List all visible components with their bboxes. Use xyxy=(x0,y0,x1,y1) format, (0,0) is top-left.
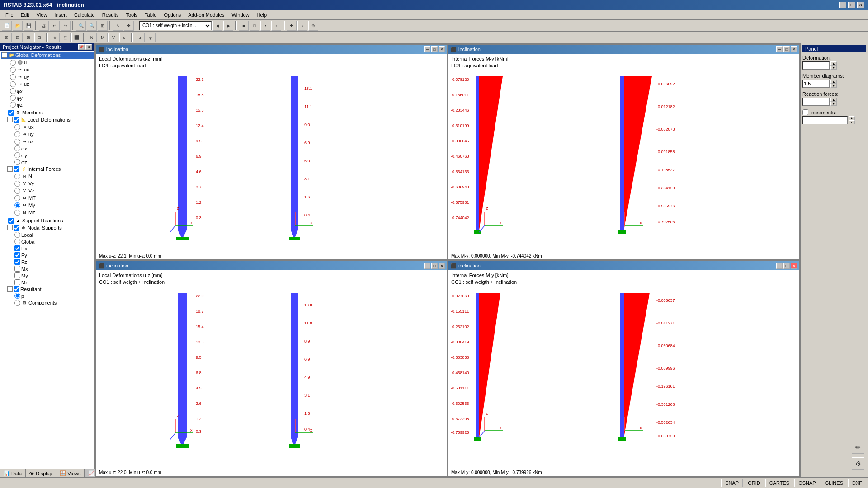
radio-local-ux[interactable] xyxy=(14,124,20,130)
radio-local-uz[interactable] xyxy=(14,139,20,145)
vp3-minimize[interactable]: ─ xyxy=(424,263,430,269)
radio-ux[interactable] xyxy=(10,67,16,73)
member-diagrams-spin-down[interactable]: ▼ xyxy=(830,84,837,88)
increments-spin-down[interactable]: ▼ xyxy=(849,120,855,124)
cb-Py[interactable] xyxy=(14,252,20,258)
menu-help[interactable]: Help xyxy=(253,11,271,19)
tree-local-phiz[interactable]: φz xyxy=(1,159,94,165)
tb-redo[interactable]: ↪ xyxy=(61,21,71,31)
tb-move[interactable]: ✥ xyxy=(124,21,134,31)
cb-nodal[interactable] xyxy=(14,225,19,231)
reaction-forces-spin-up[interactable]: ▲ xyxy=(830,98,837,102)
tree-internal-forces[interactable]: − ⚡ Internal Forces xyxy=(1,165,94,173)
radio-local-phiz[interactable] xyxy=(14,159,20,165)
vp1-restore[interactable]: □ xyxy=(431,46,438,52)
radio-u[interactable] xyxy=(10,60,16,66)
tb-zoom-in[interactable]: 🔍 xyxy=(76,21,86,31)
status-osnap[interactable]: OSNAP xyxy=(794,479,820,487)
radio-Vz[interactable] xyxy=(14,188,20,194)
menu-window[interactable]: Window xyxy=(228,11,253,19)
tb2-phi[interactable]: φ xyxy=(146,33,156,42)
vp1-minimize[interactable]: ─ xyxy=(424,46,430,52)
member-diagrams-spin-up[interactable]: ▲ xyxy=(830,80,837,84)
radio-MT[interactable] xyxy=(14,195,20,201)
tb2-11[interactable]: σ xyxy=(119,33,129,42)
tb-zoom-out[interactable]: 🔍 xyxy=(87,21,97,31)
radio-local-phix[interactable] xyxy=(14,145,20,151)
tb2-2[interactable]: ⊟ xyxy=(13,33,23,42)
tree-global-deformations[interactable]: − 📁 Global Deformations xyxy=(1,52,94,59)
tree-container[interactable]: − 📁 Global Deformations 🔘 u ⇥ ux ⇥ uy xyxy=(0,51,94,469)
menu-file[interactable]: File xyxy=(2,11,17,19)
tree-Px[interactable]: Px xyxy=(1,245,94,252)
menu-view[interactable]: View xyxy=(33,11,51,19)
tb-open[interactable]: 📂 xyxy=(13,21,23,31)
cb-members[interactable] xyxy=(8,110,14,116)
radio-ns-global[interactable] xyxy=(14,239,20,244)
tree-local-def[interactable]: − 📐 Local Deformations xyxy=(1,116,94,123)
tb-render-4[interactable]: ▫ xyxy=(271,21,281,31)
deformation-input[interactable] xyxy=(802,61,830,70)
tree-uy[interactable]: ⇥ uy xyxy=(1,73,94,80)
tree-uz[interactable]: ⇥ uz xyxy=(1,80,94,88)
tb2-3[interactable]: ⊠ xyxy=(24,33,33,42)
tree-ux[interactable]: ⇥ ux xyxy=(1,66,94,73)
vp4-minimize[interactable]: ─ xyxy=(776,263,783,269)
cb-local-def[interactable] xyxy=(14,117,19,123)
radio-N[interactable] xyxy=(14,174,20,179)
reaction-forces-input[interactable] xyxy=(802,98,830,106)
tree-members[interactable]: − ⚙ Members xyxy=(1,109,94,116)
radio-My[interactable] xyxy=(14,202,20,208)
menu-table[interactable]: Table xyxy=(141,11,160,19)
tb2-4[interactable]: ⊡ xyxy=(34,33,44,42)
tree-local-phiy[interactable]: φy xyxy=(1,152,94,159)
radio-p[interactable] xyxy=(14,293,20,299)
vp3-restore[interactable]: □ xyxy=(431,263,438,269)
tb-fit[interactable]: ⊞ xyxy=(98,21,108,31)
tree-Vz[interactable]: V Vz xyxy=(1,187,94,194)
radio-uy[interactable] xyxy=(10,74,16,80)
radio-phiz[interactable] xyxy=(10,102,16,108)
toggle-nodal[interactable]: − xyxy=(7,225,13,230)
increments-spin-up[interactable]: ▲ xyxy=(849,116,855,120)
tb-save[interactable]: 💾 xyxy=(24,21,33,31)
radio-Mz[interactable] xyxy=(14,210,20,216)
tb-snap[interactable]: ⊕ xyxy=(308,21,318,31)
tb2-10[interactable]: V xyxy=(108,33,118,42)
tree-My2[interactable]: My xyxy=(1,272,94,279)
reaction-forces-spin-down[interactable]: ▼ xyxy=(830,102,837,106)
radio-phix[interactable] xyxy=(10,88,16,94)
vp2-restore[interactable]: □ xyxy=(783,46,790,52)
restore-button[interactable]: □ xyxy=(848,2,855,8)
tree-ns-local[interactable]: Local xyxy=(1,231,94,238)
tree-phiy[interactable]: φy xyxy=(1,94,94,101)
tree-local-uz[interactable]: ⇥ uz xyxy=(1,138,94,145)
close-button[interactable]: ✕ xyxy=(857,2,864,8)
tree-local-phix[interactable]: φx xyxy=(1,145,94,152)
toggle-internal[interactable]: − xyxy=(7,166,13,172)
cb-resultant[interactable] xyxy=(14,286,19,292)
tree-u[interactable]: 🔘 u xyxy=(1,59,94,66)
increments-checkbox[interactable] xyxy=(802,109,808,115)
tree-phix[interactable]: φx xyxy=(1,88,94,94)
tree-nodal-supports[interactable]: − ⊕ Nodal Supports xyxy=(1,224,94,231)
increments-input[interactable] xyxy=(802,116,848,124)
tb2-1[interactable]: ⊞ xyxy=(2,33,12,42)
member-diagrams-input[interactable] xyxy=(802,80,830,88)
radio-components[interactable] xyxy=(14,300,20,306)
tb-grid[interactable]: # xyxy=(297,21,307,31)
navigator-pin[interactable]: 📌 xyxy=(78,44,85,50)
status-snap[interactable]: SNAP xyxy=(721,479,743,487)
vp4-close[interactable]: ✕ xyxy=(791,263,797,269)
tree-components[interactable]: ⊞ Components xyxy=(1,299,94,306)
tree-support-reactions[interactable]: − ▲ Support Reactions xyxy=(1,217,94,224)
tab-data[interactable]: 📊 Data xyxy=(0,469,26,477)
tree-local-uy[interactable]: ⇥ uy xyxy=(1,131,94,138)
vp4-restore[interactable]: □ xyxy=(783,263,790,269)
tb-select[interactable]: ↖ xyxy=(113,21,123,31)
tree-N[interactable]: N N xyxy=(1,173,94,180)
cb-Px[interactable] xyxy=(14,245,20,251)
vp1-close[interactable]: ✕ xyxy=(439,46,445,52)
toggle-global-def[interactable]: − xyxy=(2,52,7,58)
radio-uz[interactable] xyxy=(10,81,16,87)
